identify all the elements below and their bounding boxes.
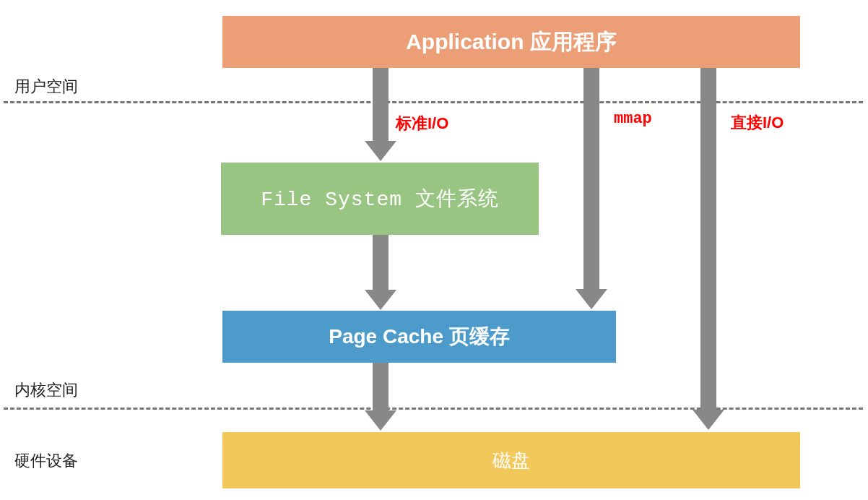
box-page-cache-label: Page Cache 页缓存 [329,323,510,350]
arrow-shaft-icon [373,68,389,142]
section-label-hardware: 硬件设备 [14,450,78,472]
arrow-shaft-icon [700,68,716,411]
box-application: Application 应用程序 [222,16,800,68]
arrow-head-icon [693,410,724,430]
arrow-label-standard-io: 标准I/O [396,113,448,134]
arrow-label-mmap: mmap [614,110,652,128]
section-label-user-space: 用户空间 [14,76,78,98]
arrow-head-icon [365,141,396,161]
box-application-label: Application 应用程序 [406,27,617,57]
arrow-head-icon [365,290,396,310]
box-disk-label: 磁盘 [492,448,530,473]
arrow-shaft-icon [583,68,599,290]
box-file-system: File System 文件系统 [221,163,539,235]
arrow-label-direct-io: 直接I/O [731,112,784,134]
section-label-kernel-space: 内核空间 [14,379,78,401]
arrow-head-icon [365,410,396,431]
box-file-system-label: File System 文件系统 [261,185,499,212]
box-page-cache: Page Cache 页缓存 [222,311,616,363]
arrow-shaft-icon [373,235,389,291]
arrow-shaft-icon [373,363,389,412]
box-disk: 磁盘 [222,432,800,488]
divider-user-kernel [4,101,863,103]
divider-kernel-hardware [4,408,863,410]
arrow-head-icon [576,289,607,309]
